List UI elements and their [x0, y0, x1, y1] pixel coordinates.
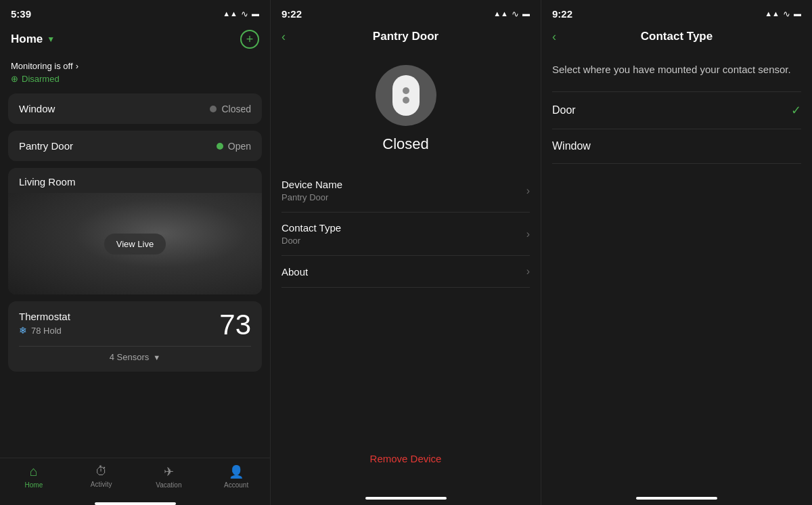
- bottom-nav: ⌂ Home ⏱ Activity ✈ Vacation 👤 Account: [0, 458, 270, 500]
- wifi-icon-3: ∿: [783, 9, 790, 19]
- nav-activity-label: Activity: [91, 481, 112, 488]
- time-2: 9:22: [281, 8, 302, 20]
- panel2-title: Pantry Door: [373, 30, 438, 43]
- status-icons-2: ▲▲ ∿ ▬: [493, 9, 530, 19]
- account-nav-icon: 👤: [229, 464, 244, 479]
- contact-type-label: Contact Type: [281, 222, 341, 234]
- nav-account-label: Account: [224, 481, 248, 489]
- panel-home: 5:39 ▲▲ ∿ ▬ Home ▼ + Monitoring is off ›…: [0, 0, 271, 505]
- remove-device-button[interactable]: Remove Device: [370, 453, 442, 464]
- snowflake-icon: ❄: [19, 325, 27, 336]
- shield-icon: ⊕: [11, 74, 18, 84]
- contact-type-window[interactable]: Window: [552, 129, 801, 164]
- nav-account[interactable]: 👤 Account: [216, 464, 256, 489]
- nav-home[interactable]: ⌂ Home: [14, 464, 54, 489]
- thermostat-divider: [19, 346, 251, 347]
- thermostat-sub: ❄ 78 Hold: [19, 325, 70, 336]
- contact-type-list: Door ✓ Window: [552, 91, 801, 164]
- activity-nav-icon: ⏱: [95, 464, 108, 479]
- home-chevron-icon: ▼: [47, 35, 55, 44]
- pantry-status: Open: [217, 141, 251, 152]
- time-3: 9:22: [552, 8, 572, 20]
- pantry-status-dot: [217, 143, 223, 150]
- thermostat-name: Thermostat: [19, 311, 70, 322]
- device-name-content: Device Name Pantry Door: [281, 179, 342, 202]
- status-icons-1: ▲▲ ∿ ▬: [223, 9, 259, 19]
- wifi-icon: ∿: [241, 9, 248, 19]
- thermostat-sub-text: 78 Hold: [31, 326, 62, 336]
- contact-type-body: Select where you have mounted your conta…: [541, 51, 812, 164]
- home-title[interactable]: Home ▼: [11, 32, 55, 46]
- camera-preview: View Live: [8, 193, 262, 294]
- monitoring-text[interactable]: Monitoring is off ›: [11, 60, 259, 71]
- view-live-button[interactable]: View Live: [104, 234, 166, 255]
- contact-type-setting[interactable]: Contact Type Door ›: [281, 213, 530, 256]
- status-bar-1: 5:39 ▲▲ ∿ ▬: [0, 0, 270, 24]
- pantry-status-label: Open: [228, 141, 251, 152]
- thermostat-info: Thermostat ❄ 78 Hold: [19, 311, 70, 336]
- panel3-header: ‹ Contact Type: [541, 24, 812, 51]
- status-bar-3: 9:22 ▲▲ ∿ ▬: [541, 0, 812, 24]
- home-nav-icon: ⌂: [30, 464, 38, 479]
- window-status: Closed: [210, 104, 251, 114]
- contact-type-description: Select where you have mounted your conta…: [552, 62, 801, 78]
- signal-icon: ▲▲: [223, 9, 238, 18]
- panel3-title: Contact Type: [641, 30, 713, 43]
- status-bar-2: 9:22 ▲▲ ∿ ▬: [271, 0, 541, 24]
- window-device-card[interactable]: Window Closed: [8, 93, 262, 124]
- window-option-label: Window: [552, 140, 591, 152]
- living-room-title: Living Room: [8, 168, 262, 193]
- nav-home-label: Home: [25, 481, 43, 489]
- thermostat-top: Thermostat ❄ 78 Hold 73: [19, 311, 251, 339]
- sensors-row[interactable]: 4 Sensors ▼: [19, 352, 251, 362]
- sensors-chevron-icon: ▼: [153, 353, 160, 361]
- home-indicator-bar-3: [636, 497, 717, 500]
- vacation-nav-icon: ✈: [164, 464, 174, 479]
- contact-type-content: Contact Type Door: [281, 222, 341, 246]
- signal-icon-2: ▲▲: [493, 9, 508, 18]
- nav-vacation[interactable]: ✈ Vacation: [148, 464, 189, 489]
- pantry-row: Pantry Door Open: [19, 140, 251, 152]
- device-name-setting[interactable]: Device Name Pantry Door ›: [281, 169, 530, 213]
- panel-contact-type: 9:22 ▲▲ ∿ ▬ ‹ Contact Type Select where …: [541, 0, 812, 505]
- battery-icon: ▬: [252, 9, 259, 18]
- settings-list: Device Name Pantry Door › Contact Type D…: [271, 169, 541, 288]
- disarmed-badge: ⊕ Disarmed: [11, 74, 259, 84]
- living-room-card[interactable]: Living Room View Live: [8, 168, 262, 294]
- window-status-dot: [210, 106, 217, 112]
- about-content: About: [281, 266, 308, 278]
- thermostat-card[interactable]: Thermostat ❄ 78 Hold 73 4 Sensors ▼: [8, 301, 262, 372]
- nav-activity[interactable]: ⏱ Activity: [81, 464, 122, 488]
- device-name-label: Device Name: [281, 179, 342, 190]
- battery-icon-3: ▬: [794, 9, 801, 18]
- about-setting[interactable]: About ›: [281, 256, 530, 288]
- sensor-dot-top: [403, 87, 409, 94]
- window-status-label: Closed: [221, 104, 251, 114]
- sensor-dot-bottom: [403, 97, 409, 104]
- sensor-pill-icon: [392, 75, 420, 116]
- contact-type-value: Door: [281, 236, 341, 246]
- status-icons-3: ▲▲ ∿ ▬: [765, 9, 801, 19]
- panel1-header: Home ▼ +: [0, 24, 270, 57]
- home-indicator-bar: [95, 502, 176, 505]
- nav-vacation-label: Vacation: [156, 481, 181, 489]
- device-name-value: Pantry Door: [281, 192, 342, 202]
- device-icon-area: Closed: [271, 51, 541, 169]
- sensor-icon-circle: [376, 65, 436, 126]
- back-button-3[interactable]: ‹: [552, 30, 556, 44]
- device-list: Window Closed Pantry Door Open Living Ro…: [0, 88, 270, 458]
- chevron-right-icon-3: ›: [526, 265, 530, 278]
- signal-icon-3: ▲▲: [765, 9, 780, 18]
- back-button-2[interactable]: ‹: [281, 30, 286, 44]
- pantry-door-card[interactable]: Pantry Door Open: [8, 131, 262, 161]
- add-device-button[interactable]: +: [240, 30, 259, 49]
- window-row: Window Closed: [19, 103, 251, 114]
- time-1: 5:39: [11, 8, 31, 20]
- pantry-door-name: Pantry Door: [19, 140, 73, 152]
- about-label: About: [281, 266, 308, 278]
- contact-type-door[interactable]: Door ✓: [552, 92, 801, 129]
- sensors-label: 4 Sensors: [110, 352, 150, 362]
- wifi-icon-2: ∿: [512, 9, 519, 19]
- home-label: Home: [11, 32, 43, 46]
- monitoring-arrow: ›: [76, 61, 78, 71]
